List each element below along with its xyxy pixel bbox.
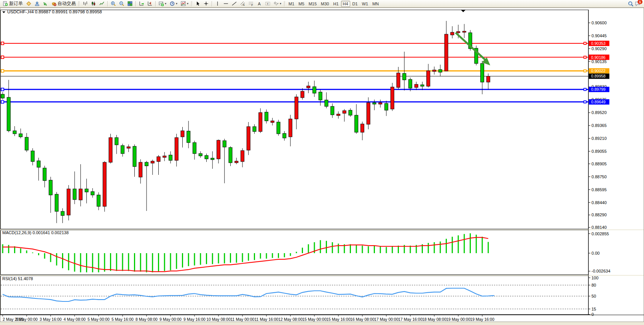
- indicators-button[interactable]: ▾: [179, 0, 190, 7]
- search-icon[interactable]: [628, 1, 633, 6]
- candle-body: [391, 87, 394, 109]
- time-tick-label: 15 May 16:00: [326, 317, 351, 322]
- candle-body: [73, 189, 77, 200]
- tile-windows-button[interactable]: [126, 0, 134, 7]
- time-tick-label: 5 May 00:00: [88, 317, 110, 322]
- line-handle[interactable]: [584, 70, 586, 72]
- vline-button[interactable]: [214, 0, 222, 7]
- zoom-in-button[interactable]: [109, 0, 117, 7]
- candle-body: [235, 161, 238, 163]
- autotrading-button[interactable]: 自动交易: [50, 0, 77, 7]
- shapes-icon: [274, 1, 279, 6]
- timeframe-m15-button[interactable]: M15: [307, 1, 319, 7]
- candle-body: [175, 138, 178, 160]
- candle-body: [451, 32, 454, 35]
- new-chart-button[interactable]: ▾: [157, 0, 168, 7]
- line-handle[interactable]: [584, 101, 586, 103]
- new-order-button-label: 新订单: [9, 0, 23, 7]
- line-handle[interactable]: [1, 56, 4, 59]
- chart-shift-button[interactable]: [146, 0, 154, 7]
- line-handle[interactable]: [584, 42, 586, 44]
- rsi-tick-label: 15: [591, 307, 596, 311]
- candle-body: [127, 147, 130, 148]
- caret-down-icon: ▾: [280, 2, 281, 5]
- candle-body: [295, 97, 298, 119]
- candle-body: [367, 103, 370, 124]
- signal-button[interactable]: [41, 0, 49, 7]
- auto-scroll-icon: [139, 1, 144, 6]
- cursor-button[interactable]: [194, 0, 202, 7]
- candle-body: [121, 146, 124, 154]
- price-level-badge-text: 0.90353: [591, 41, 606, 46]
- crosshair-button[interactable]: [202, 0, 210, 7]
- panel-splitter[interactable]: [0, 275, 644, 276]
- new-chart-icon: [159, 1, 164, 6]
- timeframe-h4-button[interactable]: H4: [341, 1, 350, 7]
- candle-body: [337, 114, 340, 116]
- time-tick-label: 3 May 00:00: [16, 317, 38, 322]
- line-chart-button[interactable]: [98, 0, 106, 7]
- toolbar-separator: [107, 1, 108, 6]
- timeframe-d1-button[interactable]: D1: [351, 1, 360, 7]
- timeframe-w1-button[interactable]: W1: [360, 1, 370, 7]
- price-chart[interactable]: 0.906000.904450.902900.901350.899800.898…: [0, 8, 644, 325]
- time-tick-label: 16 May 08:00: [350, 317, 375, 322]
- gold-seal-button[interactable]: [25, 0, 33, 7]
- candle-body: [25, 137, 29, 150]
- candle-body: [481, 63, 484, 82]
- crosshair-icon: [204, 1, 209, 6]
- candle-body: [169, 155, 172, 160]
- fibonacci-button[interactable]: F: [247, 0, 255, 7]
- auto-scroll-button[interactable]: [137, 0, 145, 7]
- label-button[interactable]: T: [264, 0, 272, 7]
- hline-icon: [223, 1, 228, 6]
- time-tick-label: 11 May 00:00: [231, 317, 255, 322]
- chart-shift-icon: [147, 1, 152, 6]
- chat-icon[interactable]: 1: [635, 1, 640, 6]
- line-handle[interactable]: [1, 101, 4, 103]
- line-handle[interactable]: [584, 56, 586, 59]
- price-tick-label: 0.89210: [591, 136, 607, 141]
- timeframe-mn-button[interactable]: MN: [370, 1, 381, 7]
- candle-body: [445, 34, 448, 71]
- community-button[interactable]: [33, 0, 41, 7]
- candle-body: [373, 103, 376, 104]
- toolbar-separator: [135, 1, 136, 6]
- profiles-button[interactable]: ▾: [168, 0, 179, 7]
- hline-button[interactable]: [222, 0, 230, 7]
- candle-body: [217, 140, 220, 159]
- timeframe-m5-button[interactable]: M5: [296, 1, 306, 7]
- zoom-out-button[interactable]: [118, 0, 126, 7]
- candle-body: [438, 70, 442, 72]
- line-handle[interactable]: [1, 70, 4, 72]
- time-tick-label: 8 May 08:00: [135, 317, 158, 322]
- price-level-badge-text: 0.89649: [591, 100, 606, 104]
- timeframe-m1-button[interactable]: M1: [287, 1, 296, 7]
- candle-body: [115, 138, 118, 145]
- candlestick-button[interactable]: [89, 0, 97, 7]
- candle-body: [19, 134, 22, 137]
- macd-tick-label: 0.002855: [591, 231, 609, 236]
- timeframe-m30-button[interactable]: M30: [319, 1, 331, 7]
- price-level-badge-text: 0.90186: [591, 55, 606, 60]
- text-icon: A: [257, 1, 262, 6]
- candle-body: [271, 121, 274, 122]
- channel-button[interactable]: E: [239, 0, 247, 7]
- line-handle[interactable]: [1, 42, 4, 45]
- candle-body: [319, 92, 322, 100]
- vline-icon: [215, 1, 220, 6]
- trendline-button[interactable]: [230, 0, 238, 7]
- indicators-icon: [181, 1, 186, 6]
- bar-chart-button[interactable]: [81, 0, 89, 7]
- panel-splitter[interactable]: [0, 230, 644, 230]
- shapes-button[interactable]: ▾: [272, 0, 283, 7]
- line-handle[interactable]: [1, 88, 4, 91]
- new-order-button[interactable]: 新订单: [2, 0, 24, 7]
- time-tick-label: 12 May 08:00: [278, 317, 303, 322]
- rsi-tick-label: 0: [591, 312, 594, 317]
- price-level-badge-text: 0.89799: [591, 87, 606, 92]
- timeframe-h1-button[interactable]: H1: [331, 1, 340, 7]
- line-handle[interactable]: [584, 88, 586, 90]
- text-button[interactable]: A: [255, 0, 263, 7]
- candle-body: [433, 70, 436, 71]
